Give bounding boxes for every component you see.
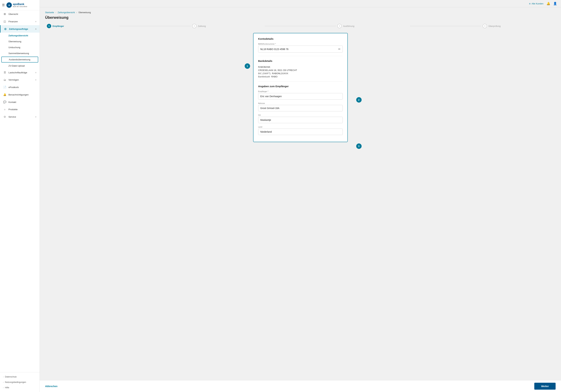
bank-section-title: Bankdetails bbox=[258, 59, 343, 62]
chevron-down-icon: ∨ bbox=[35, 79, 36, 81]
sidebar-sub-ueberweisung[interactable]: Überweisung bbox=[0, 39, 40, 44]
step-line-3 bbox=[410, 26, 481, 26]
address-input[interactable] bbox=[258, 105, 343, 111]
bank-name-line: RABOBANK bbox=[258, 66, 343, 68]
sidebar-item-zahlungsauftraege[interactable]: ◎ Zahlungsaufträge ∧ bbox=[0, 25, 40, 33]
step-2-label: Zahlung bbox=[198, 25, 206, 27]
weiter-button[interactable]: Weiter bbox=[534, 383, 556, 390]
chevron-down-icon: ∨ bbox=[35, 71, 36, 74]
alle-kunden-button[interactable]: ≡ Alle Kunden bbox=[529, 2, 543, 5]
land-input[interactable] bbox=[258, 129, 343, 135]
sidebar-sub-sammeluberweisung[interactable]: Sammelüberweisung bbox=[0, 50, 40, 56]
land-label: Land bbox=[258, 126, 343, 128]
bic-label: BIC (SWIFT) bbox=[258, 72, 271, 75]
badge-2: 2 bbox=[356, 97, 362, 103]
notification-button[interactable]: 🔔 bbox=[547, 2, 550, 5]
recipient-section-title: Angaben zum Empfänger bbox=[258, 85, 343, 88]
step-4: 4 Überprüfung bbox=[483, 24, 554, 28]
sidebar-item-label: Lastschriftaufträge bbox=[9, 71, 27, 74]
step-line-1 bbox=[119, 26, 191, 26]
leitzahl-value: RABO bbox=[271, 75, 278, 78]
sidebar-item-label: Service bbox=[9, 116, 16, 118]
sidebar-header: ☰ a apoBank Bank der Gesundheit bbox=[0, 0, 40, 10]
abbrechen-button[interactable]: Abbrechen bbox=[45, 383, 57, 389]
user-topbar-icon: 👤 bbox=[553, 2, 557, 5]
bank-address-line: CROESELAAN 18, 3521 CB UTRECHT bbox=[258, 69, 343, 71]
sidebar-item-finanzen[interactable]: ◫ Finanzen ∨ bbox=[0, 18, 40, 25]
iban-label: IBAN/Kontonummer * bbox=[258, 43, 343, 45]
hamburger-icon[interactable]: ☰ bbox=[2, 3, 5, 7]
recipient-input[interactable] bbox=[258, 93, 343, 99]
bell-topbar-icon: 🔔 bbox=[547, 2, 550, 5]
bic-value: RABONL2UXXX bbox=[272, 72, 288, 75]
edit-iban-icon[interactable]: ✏ bbox=[338, 47, 341, 51]
bell-icon: 🔔 bbox=[3, 93, 6, 96]
breadcrumb-current: Überweisung bbox=[78, 11, 91, 14]
produkte-icon: ○ bbox=[3, 108, 6, 111]
sidebar-item-label: Vermögen bbox=[9, 78, 19, 81]
sidebar-sub-auslandsüberweisung[interactable]: Auslandsüberweisung bbox=[1, 57, 38, 63]
chevron-down-icon: ∨ bbox=[35, 116, 36, 118]
land-group: Land bbox=[258, 126, 343, 135]
form-card: Kontodetails IBAN/Kontonummer * NL18 RAB… bbox=[253, 33, 348, 142]
breadcrumb-sep-2: › bbox=[76, 11, 78, 14]
steps-bar: 1 Empfänger 2 Zahlung 3 Ausführung bbox=[45, 24, 556, 28]
main-area: ≡ Alle Kunden 🔔 👤 Startseite › Zahlungsü… bbox=[40, 0, 561, 392]
step-3-circle: 3 bbox=[337, 24, 342, 28]
address-group: Adresse bbox=[258, 102, 343, 111]
step-2: 2 Zahlung bbox=[192, 24, 263, 28]
sidebar-item-label: Produkte bbox=[9, 108, 18, 111]
sidebar-item-lastschriftauftraege[interactable]: ☰ Lastschriftaufträge ∨ bbox=[0, 69, 40, 76]
sidebar-item-label: Übersicht bbox=[9, 13, 18, 15]
logo-tagline: Bank der Gesundheit bbox=[13, 6, 27, 7]
breadcrumb-zahlungsuebersicht[interactable]: Zahlungsübersicht bbox=[58, 11, 75, 14]
chevron-up-icon: ∧ bbox=[35, 28, 36, 30]
lastschrift-icon: ☰ bbox=[3, 71, 6, 74]
sidebar-sub-umbuchung[interactable]: Umbuchung bbox=[0, 44, 40, 50]
sidebar: ☰ a apoBank Bank der Gesundheit ⊞ Übersi… bbox=[0, 0, 40, 392]
ort-input[interactable] bbox=[258, 117, 343, 123]
ort-label: Ort bbox=[258, 114, 343, 116]
sidebar-item-vermoegen[interactable]: 🗂 Vermögen ∨ bbox=[0, 76, 40, 84]
sidebar-item-produkte[interactable]: ○ Produkte bbox=[0, 106, 40, 113]
user-button[interactable]: 👤 bbox=[553, 2, 557, 5]
footer-hilfe[interactable]: › Hilfe bbox=[0, 385, 40, 390]
footer-nutzungsbedingungen[interactable]: › Nutzungsbedingungen bbox=[0, 380, 40, 385]
recipient-group: Empfänger * bbox=[258, 90, 343, 99]
sidebar-item-service[interactable]: ⊙ Service ∨ bbox=[0, 113, 40, 120]
footer-datenschutz[interactable]: › Datenschutz bbox=[0, 374, 40, 380]
sidebar-item-kontakt[interactable]: 💬 Kontakt bbox=[0, 98, 40, 106]
iban-value-row: NL18 RABO 0123 4598 76 ✏ bbox=[258, 46, 343, 53]
page-title: Überweisung bbox=[45, 15, 556, 20]
vermoegen-icon: 🗂 bbox=[3, 78, 6, 81]
sidebar-item-benachrichtigungen[interactable]: 🔔 Benachrichtigungen bbox=[0, 91, 40, 98]
service-icon: ⊙ bbox=[3, 115, 6, 118]
logo-area: a apoBank Bank der Gesundheit bbox=[6, 2, 27, 8]
breadcrumb-startseite[interactable]: Startseite bbox=[45, 11, 54, 14]
recipient-label: Empfänger * bbox=[258, 90, 343, 92]
step-3: 3 Ausführung bbox=[337, 24, 409, 28]
bank-leitzahl-line: Bankleitzahl RABO bbox=[258, 75, 343, 78]
chevron-down-icon: ∨ bbox=[35, 21, 36, 23]
sidebar-item-uebersicht[interactable]: ⊞ Übersicht bbox=[0, 10, 40, 18]
step-4-circle: 4 bbox=[483, 24, 487, 28]
sidebar-item-label: Benachrichtigungen bbox=[9, 93, 29, 96]
sidebar-sub-zv-datei-upload[interactable]: ZV-Datei-Upload bbox=[0, 63, 40, 69]
sidebar-item-label: ePostkorb bbox=[9, 86, 19, 88]
step-1-circle: 1 bbox=[47, 24, 51, 28]
logo-name: apoBank bbox=[13, 3, 27, 6]
breadcrumb-sep-1: › bbox=[55, 11, 57, 14]
step-3-label: Ausführung bbox=[343, 25, 354, 27]
konto-section-title: Kontodetails bbox=[258, 37, 343, 40]
badge-1: 1 bbox=[245, 63, 250, 69]
step-4-label: Überprüfung bbox=[488, 25, 500, 27]
sidebar-sub-zahlungsuebersicht[interactable]: Zahlungsübersicht bbox=[0, 33, 40, 39]
filter-lines-icon: ≡ bbox=[529, 2, 531, 5]
zahlungsauftraege-icon: ◎ bbox=[4, 27, 7, 30]
sidebar-item-epostkorb[interactable]: 📄 ePostkorb bbox=[0, 84, 40, 91]
step-2-circle: 2 bbox=[192, 24, 196, 28]
bank-details: RABOBANK CROESELAAN 18, 3521 CB UTRECHT … bbox=[258, 66, 343, 78]
logo-icon: a bbox=[6, 2, 12, 8]
home-icon: ⊞ bbox=[3, 12, 6, 16]
logo-text: apoBank Bank der Gesundheit bbox=[13, 3, 27, 7]
